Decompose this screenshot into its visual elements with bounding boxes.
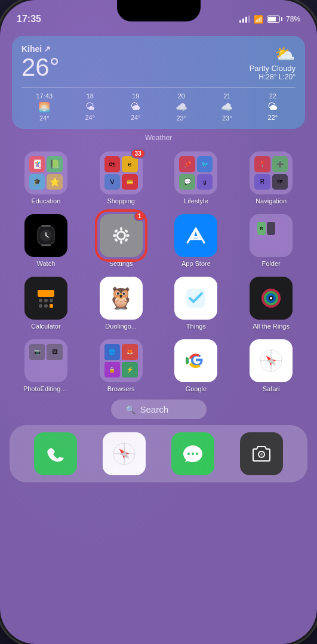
safari-dock-svg — [111, 441, 137, 467]
app-photoediting[interactable]: 📷 🖼 PhotoEditingSh... — [11, 339, 81, 392]
svg-rect-11 — [126, 234, 130, 237]
app-google[interactable]: Google — [161, 339, 232, 392]
search-icon: 🔍 — [125, 405, 136, 414]
dock-messages[interactable] — [171, 432, 214, 475]
lifestyle-cell-1: 📌 — [179, 156, 195, 172]
duolingo-emoji: 🦉 — [107, 286, 134, 311]
folder-app-2 — [267, 222, 275, 235]
edu-cell-4: ⭐ — [47, 174, 63, 190]
forecast-time-2: 19 — [113, 92, 159, 100]
weather-right: ⛅ Partly Cloudy H:28° L:20° — [250, 44, 296, 81]
watch-svg — [33, 222, 59, 249]
photoediting-icon: 📷 🖼 — [24, 339, 67, 382]
rings-svg — [258, 285, 284, 311]
shopping-cell-4: 💳 — [122, 174, 138, 190]
browsers-cell-3: 🔒 — [104, 362, 121, 378]
app-navigation[interactable]: 📍 ➕ R 🗺 Navigation — [236, 151, 306, 205]
dock-camera[interactable] — [240, 432, 283, 475]
messages-icon — [171, 432, 214, 475]
google-svg — [184, 349, 208, 373]
svg-rect-9 — [120, 240, 122, 244]
app-settings[interactable]: 1 Settings — [86, 214, 156, 267]
app-lifestyle[interactable]: 📌 🐦 💬 g Lifestyle — [161, 151, 232, 205]
svg-point-45 — [187, 453, 190, 455]
forecast-temp-4: 23° — [204, 114, 250, 122]
svg-rect-10 — [113, 234, 116, 237]
svg-point-47 — [196, 453, 198, 455]
svg-point-31 — [270, 297, 272, 299]
app-folder[interactable]: R Folder — [236, 214, 306, 267]
calculator-icon — [24, 277, 67, 320]
svg-point-22 — [44, 299, 48, 302]
appstore-icon: A — [174, 214, 217, 257]
settings-badge: 1 — [134, 211, 146, 221]
dock-safari[interactable] — [103, 432, 146, 475]
weather-left: Kihei ↗ 26° — [21, 44, 60, 80]
navigation-label: Navigation — [256, 197, 287, 205]
google-icon — [174, 339, 217, 382]
app-education[interactable]: 🃏 📗 🎓 ⭐ Education — [11, 151, 81, 205]
signal-bar-1 — [239, 20, 241, 23]
svg-point-24 — [39, 304, 42, 308]
calculator-label: Calculator — [31, 323, 61, 330]
signal-icon — [239, 16, 250, 23]
forecast-temp-5: 22° — [250, 114, 296, 121]
photo-cell-2: 🖼 — [47, 344, 63, 360]
camera-svg — [248, 441, 275, 467]
calculator-svg — [33, 285, 59, 311]
app-shopping[interactable]: 33 🛍 e V 💳 Shopping — [86, 151, 156, 205]
education-label: Education — [31, 197, 60, 205]
app-rings[interactable]: All the Rings — [236, 277, 306, 330]
forecast-5: 22 🌥 22° — [250, 92, 296, 122]
weather-city: Kihei — [21, 44, 42, 54]
weather-high: H:28° — [258, 73, 276, 81]
forecast-icon-3: ☁️ — [159, 101, 205, 113]
forecast-icon-1: 🌤 — [67, 101, 113, 112]
wifi-icon: 📶 — [254, 15, 263, 24]
education-icon: 🃏 📗 🎓 ⭐ — [24, 151, 67, 194]
app-calculator[interactable]: Calculator — [11, 277, 81, 330]
education-inner: 🃏 📗 🎓 ⭐ — [24, 151, 67, 194]
folder-grid: R — [254, 219, 288, 252]
weather-low: L:20° — [279, 73, 296, 81]
weather-top: Kihei ↗ 26° ⛅ Partly Cloudy H:28° L:20° — [21, 44, 296, 81]
browsers-cell-2: 🦊 — [122, 344, 138, 360]
safari-svg — [258, 348, 284, 374]
watch-label: Watch — [36, 260, 55, 267]
browsers-inner: 🌐 🦊 🔒 ⚡ — [100, 339, 143, 382]
app-things[interactable]: Things — [161, 277, 232, 330]
status-icons: 📶 78% — [239, 15, 300, 24]
camera-icon — [240, 432, 283, 475]
app-appstore[interactable]: A App Store — [161, 214, 232, 267]
edu-cell-2: 📗 — [47, 156, 63, 172]
edu-cell-3: 🎓 — [29, 174, 45, 190]
battery-percent: 78% — [286, 15, 300, 23]
lifestyle-inner: 📌 🐦 💬 g — [174, 151, 217, 194]
search-bar[interactable]: 🔍 Search — [111, 400, 207, 419]
phone-svg — [42, 441, 69, 467]
watch-icon — [24, 214, 67, 257]
dock-phone[interactable] — [34, 432, 77, 475]
svg-point-23 — [50, 299, 53, 302]
app-watch[interactable]: Watch — [11, 214, 81, 267]
weather-widget[interactable]: Kihei ↗ 26° ⛅ Partly Cloudy H:28° L:20° … — [12, 36, 305, 129]
google-label: Google — [186, 385, 207, 392]
forecast-0: 17:43 🌅 24° — [21, 92, 67, 122]
signal-bar-3 — [245, 17, 247, 23]
app-duolingo[interactable]: 🦉 Duolingo... — [86, 277, 156, 330]
forecast-time-5: 22 — [250, 92, 296, 100]
appstore-label: App Store — [181, 260, 211, 267]
app-browsers[interactable]: 🌐 🦊 🔒 ⚡ Browsers — [86, 339, 156, 392]
forecast-temp-0: 24° — [21, 114, 67, 122]
folder-app-3 — [276, 222, 285, 235]
rings-icon — [250, 277, 293, 320]
svg-point-49 — [260, 453, 263, 456]
app-safari[interactable]: Safari — [236, 339, 306, 392]
nav-cell-1: 📍 — [254, 156, 270, 172]
shopping-cell-3: V — [104, 174, 121, 190]
forecast-time-1: 18 — [67, 92, 113, 100]
browsers-cell-4: ⚡ — [122, 362, 138, 378]
svg-rect-26 — [50, 304, 53, 308]
things-svg — [183, 285, 209, 311]
things-label: Things — [186, 323, 206, 330]
